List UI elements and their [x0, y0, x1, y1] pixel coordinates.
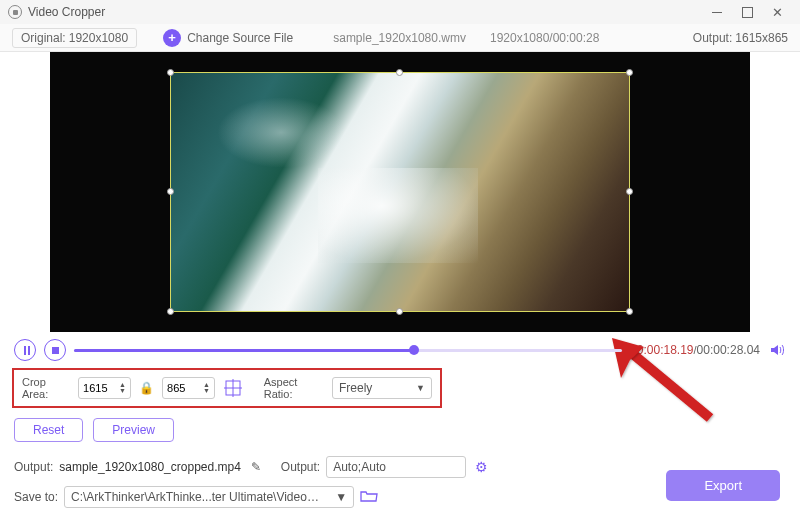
center-crop-icon[interactable] — [221, 377, 246, 399]
info-toolbar: Original: 1920x1080 + Change Source File… — [0, 24, 800, 52]
close-button[interactable] — [762, 3, 792, 21]
crop-handle-tl[interactable] — [167, 69, 174, 76]
open-folder-icon[interactable] — [360, 489, 378, 506]
add-source-icon[interactable]: + — [163, 29, 181, 47]
crop-handle-bl[interactable] — [167, 308, 174, 315]
reset-button[interactable]: Reset — [14, 418, 83, 442]
crop-handle-tr[interactable] — [626, 69, 633, 76]
minimize-button[interactable] — [702, 3, 732, 21]
app-logo-icon — [8, 5, 22, 19]
pause-button[interactable] — [14, 339, 36, 361]
crop-area-label: Crop Area: — [22, 376, 72, 400]
output-format-select[interactable]: Auto;Auto — [326, 456, 466, 478]
export-button[interactable]: Export — [666, 470, 780, 501]
crop-selection[interactable] — [170, 72, 630, 312]
chevron-down-icon: ▼ — [416, 383, 425, 393]
action-buttons: Reset Preview — [0, 408, 800, 452]
crop-height-stepper[interactable]: ▲▼ — [162, 377, 215, 399]
crop-width-input[interactable] — [83, 382, 117, 394]
window-title: Video Cropper — [28, 5, 105, 19]
source-filename: sample_1920x1080.wmv — [333, 31, 466, 45]
chevron-down-icon: ▼ — [335, 490, 347, 504]
aspect-ratio-label: Aspect Ratio: — [264, 376, 326, 400]
crop-width-stepper[interactable]: ▲▼ — [78, 377, 131, 399]
crop-handle-br[interactable] — [626, 308, 633, 315]
crop-handle-mr[interactable] — [626, 188, 633, 195]
time-display: 00:00:18.19/00:00:28.04 — [630, 343, 760, 357]
output-size-label: Output: 1615x865 — [693, 31, 788, 45]
stepper-arrows-icon[interactable]: ▲▼ — [203, 382, 210, 394]
preview-button[interactable]: Preview — [93, 418, 174, 442]
video-preview[interactable] — [50, 52, 750, 332]
source-dims-duration: 1920x1080/00:00:28 — [490, 31, 599, 45]
title-bar: Video Cropper — [0, 0, 800, 24]
crop-handle-tm[interactable] — [396, 69, 403, 76]
volume-icon[interactable] — [768, 341, 786, 359]
lock-aspect-icon[interactable]: 🔒 — [137, 381, 156, 395]
crop-height-input[interactable] — [167, 382, 201, 394]
crop-handle-bm[interactable] — [396, 308, 403, 315]
change-source-link[interactable]: Change Source File — [187, 31, 293, 45]
timeline-slider[interactable] — [74, 349, 622, 352]
edit-filename-icon[interactable]: ✎ — [247, 460, 265, 474]
crop-controls: Crop Area: ▲▼ 🔒 ▲▼ Aspect Ratio: Freely▼ — [12, 368, 442, 408]
save-to-label: Save to: — [14, 490, 58, 504]
settings-icon[interactable]: ⚙ — [472, 458, 490, 476]
output-format-label: Output: — [281, 460, 320, 474]
stepper-arrows-icon[interactable]: ▲▼ — [119, 382, 126, 394]
timeline-knob[interactable] — [409, 345, 419, 355]
crop-handle-ml[interactable] — [167, 188, 174, 195]
output-label: Output: — [14, 460, 53, 474]
output-filename: sample_1920x1080_cropped.mp4 — [59, 460, 240, 474]
original-size-badge: Original: 1920x1080 — [12, 28, 137, 48]
crop-preview-image — [171, 73, 629, 311]
save-path-select[interactable]: C:\ArkThinker\ArkThinke...ter Ultimate\V… — [64, 486, 354, 508]
playback-bar: 00:00:18.19/00:00:28.04 — [0, 332, 800, 368]
stop-button[interactable] — [44, 339, 66, 361]
maximize-button[interactable] — [732, 3, 762, 21]
aspect-ratio-select[interactable]: Freely▼ — [332, 377, 432, 399]
video-stage — [0, 52, 800, 332]
